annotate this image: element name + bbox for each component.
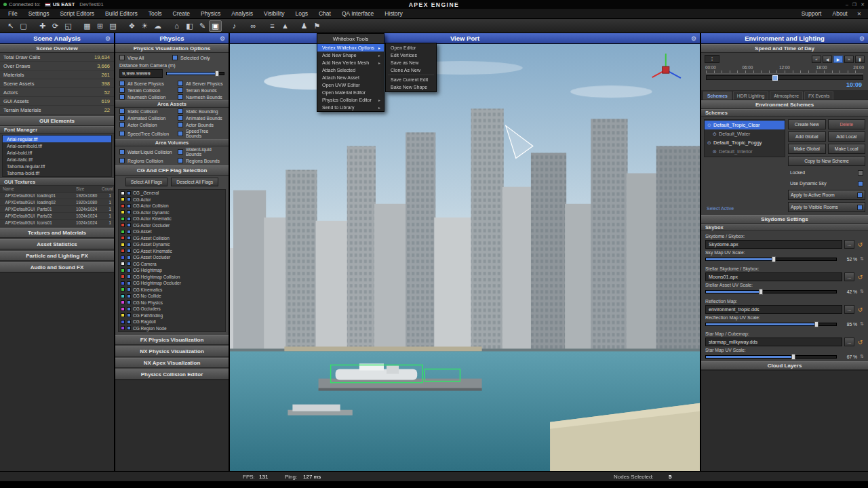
flag-row[interactable]: CG Region Node: [119, 325, 225, 332]
flag-checkbox[interactable]: [127, 204, 131, 208]
menu-item[interactable]: Analysis: [226, 10, 258, 17]
font-manager-header[interactable]: Font Manager: [0, 126, 114, 134]
toolbar-icon[interactable]: ≡: [266, 20, 279, 32]
texture-row[interactable]: _APXDefaultGUI_Icons01 1024x1024 1: [0, 220, 114, 226]
physics-checkbox[interactable]: [178, 131, 183, 136]
physics-checkbox[interactable]: [119, 115, 125, 121]
speed-spinner[interactable]: ▴ ▾: [705, 55, 719, 63]
flag-row[interactable]: CG Ragdoll: [119, 319, 225, 325]
viewport-header[interactable]: View Port ⚙: [230, 33, 700, 44]
spinner-icon[interactable]: ⇅: [860, 321, 864, 327]
flag-checkbox[interactable]: [127, 197, 131, 201]
viewport-3d-scene[interactable]: [230, 44, 700, 471]
flag-checkbox[interactable]: [127, 210, 131, 214]
skydome-settings-header[interactable]: Skydome Settings: [701, 215, 868, 224]
gui-elements-header[interactable]: GUI Elements: [0, 116, 114, 126]
select-all-flags-button[interactable]: Select All Flags: [125, 178, 167, 186]
texture-row[interactable]: _APXDefaultGUI_loading01 1920x1080 1: [0, 192, 114, 199]
gear-icon[interactable]: ⚙: [105, 35, 111, 42]
browse-button[interactable]: ...: [844, 240, 854, 249]
reset-icon[interactable]: ↺: [856, 339, 864, 346]
close-icon[interactable]: ✕: [861, 2, 865, 7]
uv-scale-slider[interactable]: [705, 355, 837, 359]
reset-icon[interactable]: ↺: [856, 241, 864, 248]
menu-item[interactable]: Add New Shape ▸: [317, 52, 384, 59]
menu-item[interactable]: Script Editors: [54, 10, 100, 17]
menu-item[interactable]: Build Editors: [100, 10, 143, 17]
toolbar-icon[interactable]: ❖: [125, 20, 138, 32]
flag-row[interactable]: CG Actor Collision: [119, 203, 225, 209]
browse-button[interactable]: ...: [844, 338, 854, 346]
flag-checkbox[interactable]: [127, 236, 131, 240]
flag-checkbox[interactable]: [127, 294, 131, 298]
font-item[interactable]: Arial-semibold.tff: [3, 142, 111, 149]
file-value-field[interactable]: Moons01.apx: [705, 272, 842, 281]
apply-to-visible-rooms-button[interactable]: Apply to Visible Rooms: [788, 202, 865, 212]
physics-checkbox[interactable]: [178, 81, 183, 86]
flag-checkbox[interactable]: [127, 300, 131, 304]
flag-row[interactable]: CG Heightmap Occluder: [119, 280, 225, 287]
flag-row[interactable]: CG No Physics: [119, 300, 225, 306]
toolbar-icon[interactable]: ▢: [17, 20, 30, 32]
toolbar-icon[interactable]: ✎: [196, 20, 209, 32]
distance-value-field[interactable]: 9,999.99999: [119, 69, 163, 78]
menu-item[interactable]: Vertex Whitebox Options ▸: [317, 44, 384, 52]
file-value-field[interactable]: starmap_milkyway.dds: [705, 338, 842, 346]
collapsed-section-header[interactable]: Physics Collision Editor: [115, 369, 229, 380]
flag-checkbox[interactable]: [127, 281, 131, 285]
menu-item[interactable]: Add New Vertex Mesh ▸: [317, 59, 384, 66]
environment-schemes-header[interactable]: Environment Schemes: [701, 100, 868, 109]
flag-checkbox[interactable]: [127, 326, 131, 330]
slider-knob[interactable]: [215, 70, 219, 77]
scheme-item[interactable]: ⊙ Default_Tropic_Foggy: [705, 138, 785, 147]
toolbar-icon[interactable]: ⟳: [49, 20, 62, 32]
menu-item[interactable]: Send to Library ▸: [317, 104, 384, 111]
toolbar-icon[interactable]: ⚑: [311, 20, 323, 32]
flag-checkbox[interactable]: [127, 307, 131, 311]
playback-button[interactable]: ▶: [833, 56, 843, 63]
visibility-eye-icon[interactable]: ⊙: [713, 149, 717, 155]
file-value-field[interactable]: Skydome.apx: [705, 240, 842, 249]
physics-checkbox[interactable]: [178, 158, 183, 163]
physics-checkbox[interactable]: [178, 87, 183, 93]
gear-icon[interactable]: ⚙: [859, 35, 865, 42]
collapsed-section-header[interactable]: Audio and Sound FX: [0, 262, 114, 272]
use-dynamic-sky-checkbox[interactable]: [858, 181, 863, 186]
make-global-button[interactable]: Make Global: [788, 144, 826, 154]
flag-row[interactable]: CG Camera: [119, 261, 225, 268]
toolbar-icon[interactable]: ✚: [36, 20, 49, 32]
minimize-icon[interactable]: –: [846, 2, 848, 7]
texture-row[interactable]: _APXDefaultGUI_Parts02 1024x1024 1: [0, 213, 114, 220]
slider-knob[interactable]: [814, 321, 818, 327]
tab[interactable]: HDR Lighting: [733, 92, 768, 100]
flag-row[interactable]: CG No Collide: [119, 293, 225, 300]
scene-analysis-header[interactable]: Scene Analysis ⚙: [0, 33, 114, 44]
gear-icon[interactable]: ⚙: [691, 35, 696, 42]
physics-header[interactable]: Physics ⚙: [115, 33, 229, 44]
menu-item[interactable]: Physics Collision Editor ▸: [317, 96, 384, 104]
scene-overview-header[interactable]: Scene Overview: [0, 44, 114, 53]
font-item[interactable]: Arial-bold.tff: [3, 149, 111, 156]
toolbar-icon[interactable]: ↖: [4, 20, 17, 32]
flag-checkbox[interactable]: [127, 191, 131, 195]
flag-row[interactable]: CG Asset Collision: [119, 235, 225, 242]
toolbar-icon[interactable]: ☀: [138, 20, 151, 32]
menu-item-support[interactable]: Support: [796, 10, 827, 17]
slider-knob[interactable]: [759, 289, 763, 295]
browse-button[interactable]: ...: [844, 272, 854, 281]
flag-checkbox[interactable]: [127, 287, 131, 291]
apply-active-checkbox[interactable]: [857, 192, 863, 198]
spinner-icon[interactable]: ⇅: [860, 289, 864, 294]
collapsed-section-header[interactable]: NX Apex Visualization: [115, 358, 229, 368]
flag-checkbox[interactable]: [127, 230, 131, 234]
spinner-icon[interactable]: ⇅: [860, 256, 864, 262]
reset-icon[interactable]: ↺: [856, 274, 864, 281]
flag-checkbox[interactable]: [127, 249, 131, 253]
menu-item[interactable]: Physics: [195, 10, 226, 17]
physics-checkbox[interactable]: [119, 149, 125, 155]
create-new-button[interactable]: Create New: [788, 119, 826, 129]
uv-scale-slider[interactable]: [705, 323, 837, 326]
menu-item[interactable]: Create: [167, 10, 196, 17]
physics-checkbox[interactable]: [178, 115, 183, 121]
menu-item[interactable]: Settings: [23, 10, 55, 17]
